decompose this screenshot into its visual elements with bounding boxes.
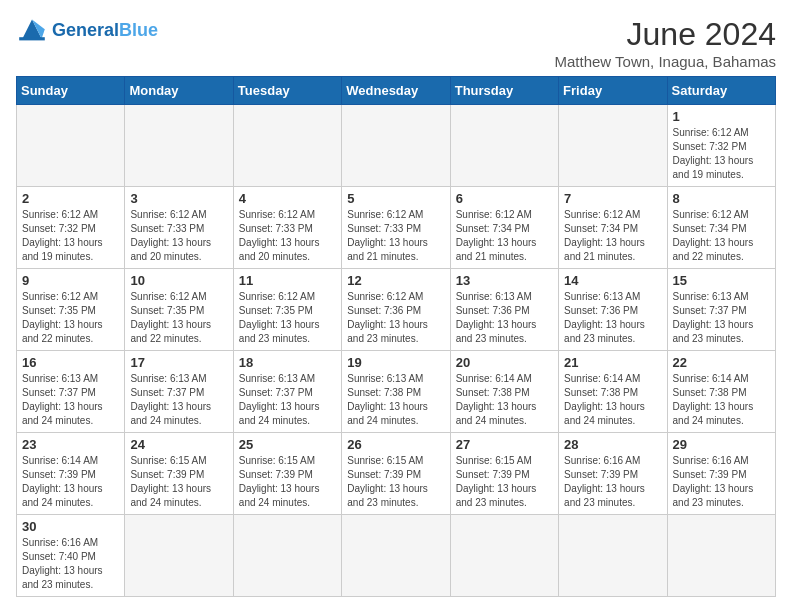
col-header-friday: Friday [559, 77, 667, 105]
day-number: 13 [456, 273, 553, 288]
logo-text: GeneralBlue [52, 20, 158, 41]
day-info: Sunrise: 6:14 AM Sunset: 7:39 PM Dayligh… [22, 454, 119, 510]
day-number: 9 [22, 273, 119, 288]
day-number: 8 [673, 191, 770, 206]
title-block: June 2024 Matthew Town, Inagua, Bahamas [554, 16, 776, 70]
day-number: 27 [456, 437, 553, 452]
day-number: 16 [22, 355, 119, 370]
calendar-cell: 20Sunrise: 6:14 AM Sunset: 7:38 PM Dayli… [450, 351, 558, 433]
day-number: 22 [673, 355, 770, 370]
calendar-week-5: 23Sunrise: 6:14 AM Sunset: 7:39 PM Dayli… [17, 433, 776, 515]
calendar-cell: 17Sunrise: 6:13 AM Sunset: 7:37 PM Dayli… [125, 351, 233, 433]
calendar-week-6: 30Sunrise: 6:16 AM Sunset: 7:40 PM Dayli… [17, 515, 776, 597]
calendar-cell: 29Sunrise: 6:16 AM Sunset: 7:39 PM Dayli… [667, 433, 775, 515]
day-number: 21 [564, 355, 661, 370]
day-number: 10 [130, 273, 227, 288]
day-number: 30 [22, 519, 119, 534]
day-info: Sunrise: 6:14 AM Sunset: 7:38 PM Dayligh… [673, 372, 770, 428]
calendar-week-3: 9Sunrise: 6:12 AM Sunset: 7:35 PM Daylig… [17, 269, 776, 351]
day-info: Sunrise: 6:12 AM Sunset: 7:34 PM Dayligh… [564, 208, 661, 264]
day-info: Sunrise: 6:12 AM Sunset: 7:36 PM Dayligh… [347, 290, 444, 346]
calendar-cell: 15Sunrise: 6:13 AM Sunset: 7:37 PM Dayli… [667, 269, 775, 351]
day-info: Sunrise: 6:12 AM Sunset: 7:35 PM Dayligh… [22, 290, 119, 346]
calendar-cell: 25Sunrise: 6:15 AM Sunset: 7:39 PM Dayli… [233, 433, 341, 515]
location-subtitle: Matthew Town, Inagua, Bahamas [554, 53, 776, 70]
day-info: Sunrise: 6:12 AM Sunset: 7:32 PM Dayligh… [673, 126, 770, 182]
day-info: Sunrise: 6:12 AM Sunset: 7:33 PM Dayligh… [130, 208, 227, 264]
calendar-cell [125, 105, 233, 187]
day-number: 28 [564, 437, 661, 452]
day-info: Sunrise: 6:13 AM Sunset: 7:36 PM Dayligh… [456, 290, 553, 346]
day-number: 17 [130, 355, 227, 370]
calendar-cell [125, 515, 233, 597]
calendar-cell [342, 515, 450, 597]
calendar-cell: 24Sunrise: 6:15 AM Sunset: 7:39 PM Dayli… [125, 433, 233, 515]
day-number: 25 [239, 437, 336, 452]
calendar-cell: 22Sunrise: 6:14 AM Sunset: 7:38 PM Dayli… [667, 351, 775, 433]
day-number: 18 [239, 355, 336, 370]
day-info: Sunrise: 6:15 AM Sunset: 7:39 PM Dayligh… [456, 454, 553, 510]
day-number: 11 [239, 273, 336, 288]
day-info: Sunrise: 6:13 AM Sunset: 7:38 PM Dayligh… [347, 372, 444, 428]
day-number: 29 [673, 437, 770, 452]
calendar-cell: 5Sunrise: 6:12 AM Sunset: 7:33 PM Daylig… [342, 187, 450, 269]
day-info: Sunrise: 6:14 AM Sunset: 7:38 PM Dayligh… [564, 372, 661, 428]
day-number: 6 [456, 191, 553, 206]
day-info: Sunrise: 6:13 AM Sunset: 7:37 PM Dayligh… [22, 372, 119, 428]
calendar-cell [233, 515, 341, 597]
day-info: Sunrise: 6:12 AM Sunset: 7:33 PM Dayligh… [239, 208, 336, 264]
calendar-table: SundayMondayTuesdayWednesdayThursdayFrid… [16, 76, 776, 597]
calendar-cell: 19Sunrise: 6:13 AM Sunset: 7:38 PM Dayli… [342, 351, 450, 433]
calendar-cell: 12Sunrise: 6:12 AM Sunset: 7:36 PM Dayli… [342, 269, 450, 351]
col-header-saturday: Saturday [667, 77, 775, 105]
day-number: 3 [130, 191, 227, 206]
day-number: 4 [239, 191, 336, 206]
day-number: 5 [347, 191, 444, 206]
calendar-cell: 14Sunrise: 6:13 AM Sunset: 7:36 PM Dayli… [559, 269, 667, 351]
day-number: 7 [564, 191, 661, 206]
calendar-cell: 9Sunrise: 6:12 AM Sunset: 7:35 PM Daylig… [17, 269, 125, 351]
calendar-cell: 30Sunrise: 6:16 AM Sunset: 7:40 PM Dayli… [17, 515, 125, 597]
day-info: Sunrise: 6:12 AM Sunset: 7:34 PM Dayligh… [673, 208, 770, 264]
calendar-cell: 3Sunrise: 6:12 AM Sunset: 7:33 PM Daylig… [125, 187, 233, 269]
day-info: Sunrise: 6:12 AM Sunset: 7:33 PM Dayligh… [347, 208, 444, 264]
day-info: Sunrise: 6:16 AM Sunset: 7:40 PM Dayligh… [22, 536, 119, 592]
calendar-cell: 11Sunrise: 6:12 AM Sunset: 7:35 PM Dayli… [233, 269, 341, 351]
day-number: 24 [130, 437, 227, 452]
calendar-cell [667, 515, 775, 597]
day-info: Sunrise: 6:15 AM Sunset: 7:39 PM Dayligh… [347, 454, 444, 510]
day-number: 15 [673, 273, 770, 288]
calendar-cell [17, 105, 125, 187]
col-header-wednesday: Wednesday [342, 77, 450, 105]
col-header-thursday: Thursday [450, 77, 558, 105]
day-info: Sunrise: 6:15 AM Sunset: 7:39 PM Dayligh… [130, 454, 227, 510]
day-number: 20 [456, 355, 553, 370]
day-info: Sunrise: 6:13 AM Sunset: 7:36 PM Dayligh… [564, 290, 661, 346]
calendar-cell: 6Sunrise: 6:12 AM Sunset: 7:34 PM Daylig… [450, 187, 558, 269]
day-number: 14 [564, 273, 661, 288]
col-header-monday: Monday [125, 77, 233, 105]
day-number: 26 [347, 437, 444, 452]
day-info: Sunrise: 6:13 AM Sunset: 7:37 PM Dayligh… [130, 372, 227, 428]
calendar-cell: 8Sunrise: 6:12 AM Sunset: 7:34 PM Daylig… [667, 187, 775, 269]
calendar-cell: 26Sunrise: 6:15 AM Sunset: 7:39 PM Dayli… [342, 433, 450, 515]
calendar-cell: 21Sunrise: 6:14 AM Sunset: 7:38 PM Dayli… [559, 351, 667, 433]
calendar-week-2: 2Sunrise: 6:12 AM Sunset: 7:32 PM Daylig… [17, 187, 776, 269]
month-title: June 2024 [554, 16, 776, 53]
calendar-cell: 18Sunrise: 6:13 AM Sunset: 7:37 PM Dayli… [233, 351, 341, 433]
calendar-cell [450, 515, 558, 597]
day-info: Sunrise: 6:12 AM Sunset: 7:35 PM Dayligh… [239, 290, 336, 346]
logo-icon [16, 16, 48, 44]
day-number: 23 [22, 437, 119, 452]
calendar-cell [450, 105, 558, 187]
calendar-cell: 27Sunrise: 6:15 AM Sunset: 7:39 PM Dayli… [450, 433, 558, 515]
day-number: 19 [347, 355, 444, 370]
calendar-cell: 13Sunrise: 6:13 AM Sunset: 7:36 PM Dayli… [450, 269, 558, 351]
calendar-cell: 7Sunrise: 6:12 AM Sunset: 7:34 PM Daylig… [559, 187, 667, 269]
day-info: Sunrise: 6:13 AM Sunset: 7:37 PM Dayligh… [673, 290, 770, 346]
day-info: Sunrise: 6:14 AM Sunset: 7:38 PM Dayligh… [456, 372, 553, 428]
calendar-cell: 16Sunrise: 6:13 AM Sunset: 7:37 PM Dayli… [17, 351, 125, 433]
calendar-cell: 2Sunrise: 6:12 AM Sunset: 7:32 PM Daylig… [17, 187, 125, 269]
day-info: Sunrise: 6:16 AM Sunset: 7:39 PM Dayligh… [564, 454, 661, 510]
day-number: 1 [673, 109, 770, 124]
